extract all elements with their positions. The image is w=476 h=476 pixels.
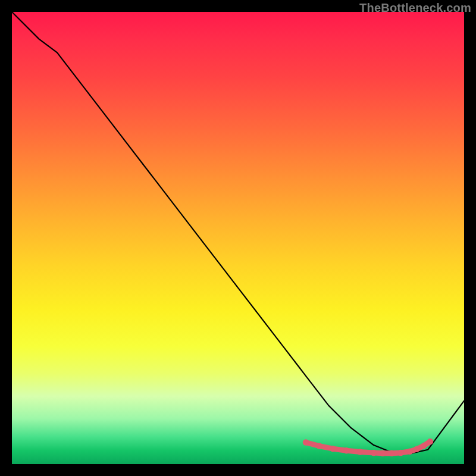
floor-dot [420,443,426,449]
plot-area [12,12,464,464]
plot-svg [12,12,464,464]
floor-dot [371,450,377,456]
floor-dot [389,450,394,456]
floor-dot [414,446,419,452]
floor-dot [397,450,403,456]
floor-dot [303,439,309,445]
main-curve [12,12,464,454]
floor-dot [357,449,363,455]
chart-stage: TheBottleneck.com [0,0,476,476]
floor-dot [380,450,386,456]
floor-dot [407,449,413,455]
floor-dot [317,443,322,449]
floor-dot [343,447,349,453]
floor-dot [330,446,336,452]
curve-group [12,12,464,454]
floor-dot [427,439,433,444]
